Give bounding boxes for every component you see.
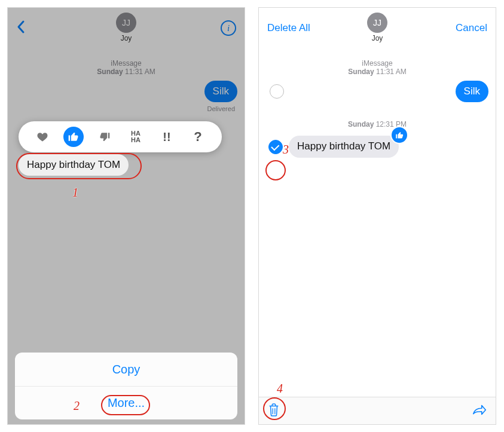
thumbs-down-icon	[99, 131, 111, 143]
received-message-row: Happy birthday TOM	[259, 134, 496, 158]
heart-icon	[36, 131, 48, 143]
bottom-toolbar	[259, 397, 496, 424]
tapback-question[interactable]: ?	[188, 127, 208, 147]
timestamp-midday: Sunday 12:31 PM	[259, 120, 496, 128]
thumbs-up-icon	[68, 131, 80, 143]
received-message-bubble[interactable]: Happy birthday TOM	[289, 136, 399, 157]
select-radio-unchecked[interactable]	[270, 84, 284, 99]
action-sheet: Copy More...	[15, 353, 237, 419]
sent-message-row: Silk	[259, 79, 496, 103]
tapback-heart[interactable]	[32, 127, 53, 147]
trash-button[interactable]	[267, 403, 280, 419]
like-reaction-badge	[390, 126, 408, 144]
left-panel: JJ Joy i iMessage Sunday 11:31 AM Silk D…	[7, 7, 245, 425]
cancel-button[interactable]: Cancel	[456, 22, 487, 34]
timestamp-header: iMessage Sunday 11:31 AM	[259, 59, 496, 76]
callout-number-4: 4	[277, 382, 283, 396]
delete-all-button[interactable]: Delete All	[267, 22, 310, 34]
callout-number-1: 1	[72, 186, 78, 200]
contact-name: Joy	[372, 34, 383, 42]
tapback-like[interactable]	[63, 127, 84, 147]
tapback-exclaim[interactable]: !!	[157, 127, 177, 147]
action-more[interactable]: More...	[15, 386, 237, 419]
tapback-menu: HAHA !! ?	[19, 121, 222, 152]
share-button[interactable]	[472, 403, 487, 419]
callout-number-2: 2	[74, 399, 80, 413]
share-arrow-icon	[472, 403, 487, 416]
action-copy[interactable]: Copy	[15, 353, 237, 386]
thumbs-up-icon	[395, 131, 404, 140]
contact-avatar: JJ	[367, 13, 387, 33]
trash-icon	[267, 403, 280, 417]
tapback-haha[interactable]: HAHA	[126, 127, 146, 147]
select-radio-checked[interactable]	[268, 140, 283, 154]
right-panel: Delete All JJ Joy Cancel iMessage Sunday…	[258, 7, 496, 425]
edit-header: Delete All JJ Joy Cancel	[259, 8, 496, 51]
tapback-dislike[interactable]	[94, 127, 115, 147]
sent-message-bubble[interactable]: Silk	[456, 81, 488, 102]
callout-number-3: 3	[283, 143, 289, 157]
callout-ring-3	[265, 160, 286, 180]
received-message-bubble[interactable]: Happy birthday TOM	[19, 154, 129, 176]
